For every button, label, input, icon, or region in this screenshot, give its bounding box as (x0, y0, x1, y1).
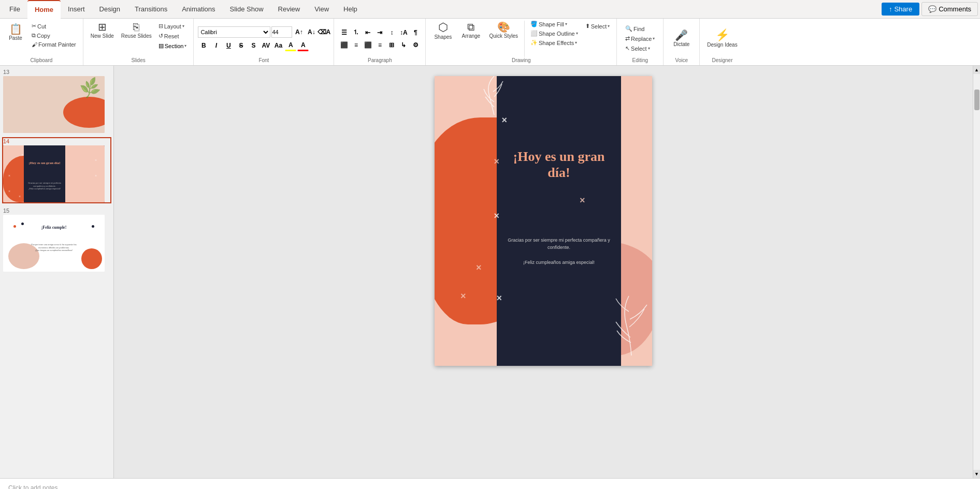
increase-indent-button[interactable]: ⇥ (374, 27, 385, 38)
shape-effects-button[interactable]: ✨ Shape Effects ▾ (528, 38, 581, 47)
arrange-button[interactable]: ⧉ Arrange (458, 20, 484, 41)
editing-group: 🔍 Find ⇄ Replace ▾ ↖ Select ▾ Editing (617, 19, 664, 65)
comments-button[interactable]: 💬 Comments (921, 2, 978, 16)
select-icon: ⬆ (585, 23, 590, 29)
clear-format-button[interactable]: ⌫A (318, 26, 329, 38)
slide14-x3: × (494, 211, 499, 221)
line-spacing-button[interactable]: ↕ (386, 27, 397, 38)
section-button[interactable]: ▤ Section ▾ (156, 41, 190, 50)
increase-font-button[interactable]: A↑ (293, 26, 305, 38)
tab-file[interactable]: File (2, 0, 27, 19)
numbering-button[interactable]: ⒈ (350, 27, 362, 38)
replace-button[interactable]: ⇄ Replace ▾ (623, 34, 657, 43)
voice-group: 🎤 Dictate Voice (664, 19, 700, 65)
tab-animations[interactable]: Animations (175, 0, 222, 19)
design-ideas-button[interactable]: ⚡ Design Ideas (704, 27, 740, 50)
font-family-select[interactable]: Calibri (198, 26, 270, 38)
highlight-button[interactable]: A (285, 40, 296, 51)
notes-bar[interactable]: Click to add notes (0, 478, 980, 489)
format-painter-button[interactable]: 🖌 Format Painter (29, 40, 79, 49)
find-button[interactable]: 🔍 Find (623, 24, 647, 33)
slide-thumb-15[interactable]: 15 ¡Feliz cumple! Porque tener una amiga… (2, 206, 111, 273)
select-col: ⬆ Select ▾ (583, 20, 613, 31)
change-case-button[interactable]: Aa (272, 40, 284, 51)
slide14-title[interactable]: ¡Hoy es un gran día! (502, 149, 616, 181)
align-right-button[interactable]: ⬛ (362, 39, 373, 51)
tab-transitions[interactable]: Transitions (127, 0, 175, 19)
shapes-label: Shapes (434, 34, 452, 40)
paste-icon: 📋 (9, 24, 22, 34)
columns-button[interactable]: ⊞ (386, 39, 397, 51)
paste-button[interactable]: 📋 Paste (4, 20, 27, 43)
slide14-x1: × (501, 115, 507, 126)
tab-review[interactable]: Review (271, 0, 308, 19)
shadow-button[interactable]: S (248, 40, 259, 51)
slide-thumb-13[interactable]: 13 🌿 (2, 68, 111, 134)
sort-button[interactable]: ↕A (398, 27, 409, 38)
scroll-down-button[interactable]: ▼ (973, 470, 980, 478)
t14-dark (24, 145, 65, 202)
scroll-up-button[interactable]: ▲ (973, 66, 980, 74)
tab-view[interactable]: View (307, 0, 336, 19)
slide14-x5: × (476, 262, 482, 273)
tab-help[interactable]: Help (336, 0, 365, 19)
justify-button[interactable]: ≡ (374, 39, 385, 51)
copy-button[interactable]: ⧉ Copy (29, 31, 79, 40)
smart-art-button[interactable]: ⚙ (410, 39, 421, 51)
slide14-body[interactable]: Gracias por ser siempre mi perfecta comp… (502, 236, 616, 266)
reuse-slides-button[interactable]: ⎘ Reuse Slides (118, 20, 155, 41)
slide-thumbnail-13: 🌿 (3, 76, 105, 133)
underline-button[interactable]: U (223, 40, 234, 51)
slide14-x7: × (463, 324, 469, 335)
slide-panel: 13 🌿 14 ¡Hoy es un gran día! Graci (0, 66, 113, 478)
ribbon-content: 📋 Paste ✂ Cut ⧉ Copy 🖌 Format Painter (0, 19, 980, 65)
tab-slideshow[interactable]: Slide Show (222, 0, 270, 19)
reset-button[interactable]: ↺ Reset (156, 32, 190, 40)
scroll-track-v (973, 74, 980, 470)
tab-insert[interactable]: Insert (61, 0, 92, 19)
share-button[interactable]: ↑ Share (882, 3, 919, 16)
italic-button[interactable]: I (210, 40, 222, 51)
bullets-button[interactable]: ☰ (338, 27, 350, 38)
shapes-button[interactable]: ⬡ Shapes (430, 20, 456, 42)
decrease-font-button[interactable]: A↓ (306, 26, 317, 38)
new-slide-button[interactable]: ⊞ New Slide (88, 20, 117, 41)
char-spacing-button[interactable]: AV (260, 40, 271, 51)
bold-button[interactable]: B (198, 40, 209, 51)
show-hide-button[interactable]: ¶ (410, 27, 421, 38)
slide-thumbnail-15: ¡Feliz cumple! Porque tener una amiga co… (3, 215, 105, 272)
layout-button[interactable]: ⊟ Layout ▾ (156, 22, 190, 31)
shape-outline-icon: ⬜ (530, 30, 538, 37)
dictate-button[interactable]: 🎤 Dictate (669, 28, 695, 49)
decrease-indent-button[interactable]: ⇤ (362, 27, 373, 38)
t14-x4: × (8, 174, 10, 177)
t15-blob2 (81, 248, 102, 269)
shape-outline-button[interactable]: ⬜ Shape Outline ▾ (528, 29, 581, 38)
strikethrough-button[interactable]: S (235, 40, 247, 51)
editing-select-button[interactable]: ↖ Select ▾ (623, 44, 653, 53)
align-left-button[interactable]: ⬛ (338, 39, 350, 51)
dictate-label: Dictate (673, 41, 689, 47)
main-layout: 13 🌿 14 ¡Hoy es un gran día! Graci (0, 66, 980, 478)
canvas-scroll-v: ▲ ▼ (973, 66, 980, 478)
select-button[interactable]: ⬆ Select ▾ (583, 22, 613, 31)
share-label: Share (894, 5, 912, 13)
slide-canvas[interactable]: ¡Hoy es un gran día! Gracias por ser sie… (435, 76, 652, 366)
quick-styles-button[interactable]: 🎨 Quick Styles (486, 20, 521, 41)
align-center-button[interactable]: ≡ (350, 39, 362, 51)
cut-icon: ✂ (32, 23, 36, 29)
canvas-area[interactable]: ¡Hoy es un gran día! Gracias por ser sie… (114, 66, 973, 478)
slide-thumb-14[interactable]: 14 ¡Hoy es un gran día! Gracias por ser … (2, 137, 111, 203)
cut-button[interactable]: ✂ Cut (29, 22, 79, 31)
scroll-thumb-v[interactable] (974, 90, 979, 110)
slide14-x4: × (580, 195, 585, 206)
shape-fill-button[interactable]: 🪣 Shape Fill ▾ (528, 20, 581, 28)
font-size-input[interactable] (271, 26, 292, 38)
tab-home[interactable]: Home (27, 0, 61, 19)
drawing-group: ⬡ Shapes ⧉ Arrange 🎨 Quick Styles (426, 19, 617, 65)
text-direction-button[interactable]: ↳ (398, 39, 409, 51)
editing-label: Editing (632, 57, 648, 64)
font-color-button[interactable]: A (297, 40, 309, 51)
design-ideas-label: Design Ideas (707, 42, 737, 48)
tab-design[interactable]: Design (92, 0, 127, 19)
